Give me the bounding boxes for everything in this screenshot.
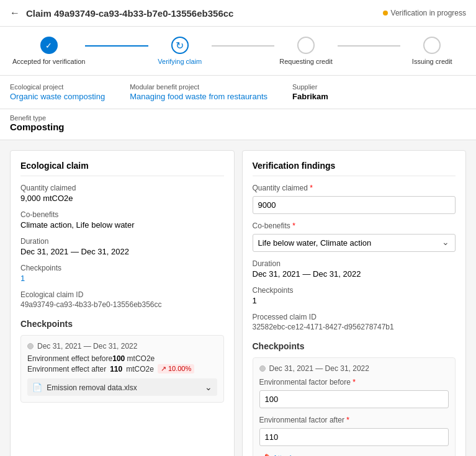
right-panel: Verification findings Quantity claimed *… — [242, 150, 467, 456]
step-verifying: ↻ Verifying claim — [148, 37, 212, 65]
step-label-verifying: Verifying claim — [158, 58, 202, 65]
right-env-before-label: Environmental factor before * — [259, 378, 449, 387]
benefit-type-value: Composting — [10, 122, 466, 132]
file-name: Emission removal data.xlsx — [47, 383, 137, 392]
step-accepted: ✓ Accepted for verification — [12, 37, 85, 65]
duration-value: Dec 31, 2021 — Dec 31, 2022 — [20, 247, 224, 256]
supplier-group: Supplier Fabrikam — [292, 83, 328, 101]
attach-icon: 📌 — [259, 454, 270, 456]
right-cobenefits-label: Co-benefits * — [253, 221, 456, 230]
step-circle-accepted: ✓ — [40, 37, 58, 54]
right-env-before-field: Environmental factor before * — [259, 378, 449, 408]
step-circle-verifying: ↻ — [171, 37, 189, 54]
env-after-row: Environment effect after110 mtCO2e ↗ 10.… — [27, 364, 217, 373]
page-title: Claim 49a93749-ca93-4b33-b7e0-13556eb356… — [26, 8, 377, 19]
connector-3 — [338, 45, 401, 47]
header: ← Claim 49a93749-ca93-4b33-b7e0-13556eb3… — [0, 0, 476, 27]
status-label: Verification in progress — [391, 9, 466, 17]
right-quantity-field: Quantity claimed * — [253, 184, 456, 214]
ecological-project-group: Ecological project Organic waste compost… — [10, 83, 105, 101]
required-star-before: * — [353, 378, 356, 387]
checkpoint-circle-icon — [27, 343, 34, 349]
right-checkpoints-field: Checkpoints 1 — [253, 286, 456, 305]
supplier-label: Supplier — [292, 83, 328, 91]
right-duration-field: Duration Dec 31, 2021 — Dec 31, 2022 — [253, 259, 456, 279]
cobenefits-field: Co-benefits Climate action, Life below w… — [20, 210, 224, 230]
required-star-after: * — [346, 416, 349, 424]
cobenefits-select[interactable]: Life below water, Climate action — [253, 234, 456, 252]
right-checkpoints-value: 1 — [253, 296, 456, 305]
step-label-requesting: Requesting credit — [279, 58, 333, 65]
env-before-input[interactable] — [259, 390, 449, 408]
left-panel: Ecological claim Quantity claimed 9,000 … — [10, 150, 235, 456]
quantity-field: Quantity claimed 9,000 mtCO2e — [20, 184, 224, 203]
processed-id-field: Processed claim ID 32582ebc-ce12-4171-84… — [253, 313, 456, 331]
checkpoints-field: Checkpoints 1 — [20, 264, 224, 283]
connector-2 — [212, 45, 275, 47]
left-checkpoints-title: Checkpoints — [20, 319, 224, 329]
right-panel-title: Verification findings — [253, 161, 456, 176]
quantity-label: Quantity claimed — [20, 184, 224, 192]
processed-id-value: 32582ebc-ce12-4171-8427-d956278747b1 — [253, 323, 456, 331]
step-label-accepted: Accepted for verification — [12, 58, 85, 65]
right-checkpoints-title: Checkpoints — [253, 341, 456, 351]
required-star-qty: * — [310, 184, 313, 192]
cobenefits-label: Co-benefits — [20, 210, 224, 219]
checkpoints-label: Checkpoints — [20, 264, 224, 272]
quantity-input[interactable] — [253, 196, 456, 214]
modular-label: Modular benefit project — [130, 83, 267, 91]
left-checkpoint-item: Dec 31, 2021 — Dec 31, 2022 Environment … — [20, 335, 224, 403]
supplier-value: Fabrikam — [292, 92, 328, 101]
step-requesting: Requesting credit — [274, 37, 338, 65]
right-checkpoint-circle — [259, 365, 266, 372]
chevron-down-icon: ⌄ — [205, 382, 212, 392]
steps-container: ✓ Accepted for verification ↻ Verifying … — [12, 37, 464, 75]
step-issuing: Issuing credit — [400, 37, 464, 65]
checkpoints-value: 1 — [20, 274, 224, 283]
attach-button[interactable]: 📌 Attach — [259, 454, 449, 456]
env-after-input[interactable] — [259, 428, 449, 446]
right-checkpoint-date: Dec 31, 2021 — Dec 31, 2022 — [259, 364, 449, 373]
step-circle-issuing — [423, 37, 441, 54]
status-badge: Verification in progress — [383, 9, 466, 17]
right-quantity-label: Quantity claimed * — [253, 184, 456, 192]
cobenefits-select-wrapper: Life below water, Climate action — [253, 231, 456, 252]
project-info: Ecological project Organic waste compost… — [0, 76, 476, 109]
progress-bar: ✓ Accepted for verification ↻ Verifying … — [0, 27, 476, 76]
quantity-value: 9,000 mtCO2e — [20, 194, 224, 203]
file-icon: 📄 — [32, 383, 42, 392]
right-env-after-field: Environmental factor after * — [259, 416, 449, 446]
ecological-value[interactable]: Organic waste composting — [10, 92, 105, 101]
increase-badge: ↗ 10.00% — [158, 364, 194, 373]
claim-id-label: Ecological claim ID — [20, 290, 224, 299]
right-checkpoint-item: Dec 31, 2021 — Dec 31, 2022 Environmenta… — [253, 357, 456, 456]
left-checkpoints-section: Checkpoints Dec 31, 2021 — Dec 31, 2022 … — [20, 319, 224, 403]
env-before-row: Environment effect before100 mtCO2e — [27, 354, 217, 363]
right-duration-value: Dec 31, 2021 — Dec 31, 2022 — [253, 269, 456, 279]
connector-1 — [85, 45, 148, 47]
claim-id-value: 49a93749-ca93-4b33-b7e0-13556eb356cc — [20, 300, 224, 309]
benefit-type-section: Benefit type Composting — [0, 109, 476, 140]
duration-label: Duration — [20, 237, 224, 246]
claim-id-field: Ecological claim ID 49a93749-ca93-4b33-b… — [20, 290, 224, 309]
processed-id-label: Processed claim ID — [253, 313, 456, 321]
back-button[interactable]: ← — [10, 7, 20, 19]
right-env-after-label: Environmental factor after * — [259, 416, 449, 424]
right-checkpoints-label: Checkpoints — [253, 286, 456, 295]
main-content: Ecological claim Quantity claimed 9,000 … — [0, 140, 476, 456]
modular-value[interactable]: Managing food waste from restaurants — [130, 92, 267, 101]
right-cobenefits-field: Co-benefits * Life below water, Climate … — [253, 221, 456, 252]
left-panel-title: Ecological claim — [20, 161, 224, 176]
modular-project-group: Modular benefit project Managing food wa… — [130, 83, 267, 101]
cobenefits-value: Climate action, Life below water — [20, 220, 224, 230]
status-dot-icon — [383, 11, 388, 16]
duration-field: Duration Dec 31, 2021 — Dec 31, 2022 — [20, 237, 224, 256]
file-attachment[interactable]: 📄 Emission removal data.xlsx ⌄ — [27, 378, 217, 396]
ecological-label: Ecological project — [10, 83, 105, 91]
step-circle-requesting — [297, 37, 315, 54]
right-checkpoints-section: Checkpoints Dec 31, 2021 — Dec 31, 2022 … — [253, 341, 456, 456]
step-label-issuing: Issuing credit — [412, 58, 452, 65]
required-star-co: * — [292, 221, 295, 230]
right-duration-label: Duration — [253, 259, 456, 268]
benefit-type-label: Benefit type — [10, 114, 466, 122]
